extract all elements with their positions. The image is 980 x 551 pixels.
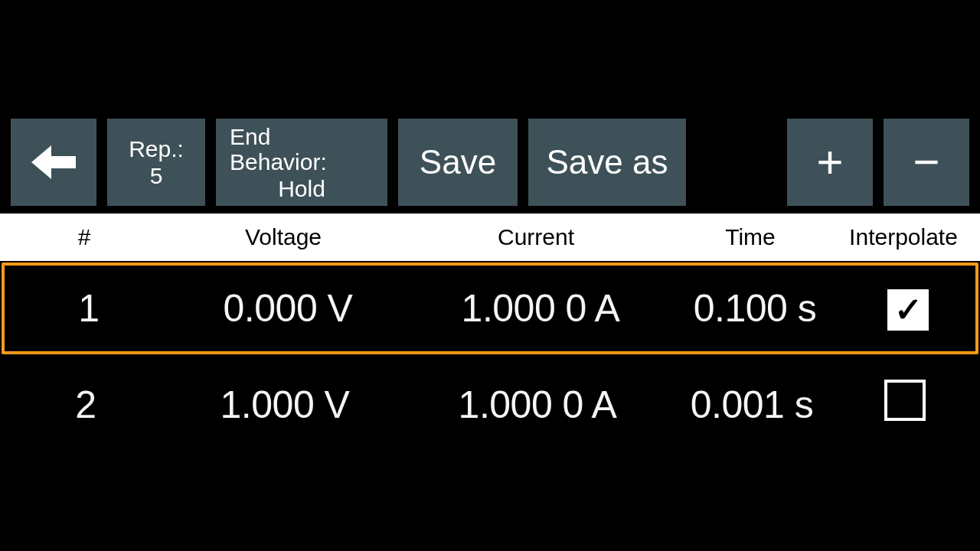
table-row[interactable]: 1 0.000 V 1.000 0 A 0.100 s ✓ bbox=[2, 262, 978, 354]
add-row-button[interactable]: + bbox=[787, 119, 873, 206]
header-index: # bbox=[0, 224, 168, 250]
table-body: 1 0.000 V 1.000 0 A 0.100 s ✓ 2 1.000 V … bbox=[0, 261, 980, 452]
cell-interpolate bbox=[828, 380, 980, 430]
header-voltage: Voltage bbox=[168, 224, 398, 250]
rep-value: 5 bbox=[150, 163, 163, 188]
save-as-button[interactable]: Save as bbox=[528, 119, 686, 206]
save-as-label: Save as bbox=[547, 144, 668, 181]
remove-row-button[interactable]: − bbox=[884, 119, 969, 206]
interpolate-checkbox[interactable] bbox=[884, 380, 926, 421]
back-button[interactable] bbox=[11, 119, 96, 206]
cell-voltage[interactable]: 0.000 V bbox=[173, 286, 403, 331]
check-icon: ✓ bbox=[894, 293, 923, 327]
arrow-left-icon bbox=[31, 155, 76, 170]
repetitions-button[interactable]: Rep.: 5 bbox=[107, 119, 205, 206]
save-button[interactable]: Save bbox=[398, 119, 518, 206]
table-row[interactable]: 2 1.000 V 1.000 0 A 0.001 s bbox=[2, 359, 978, 451]
cell-voltage[interactable]: 1.000 V bbox=[170, 383, 400, 427]
cell-current[interactable]: 1.000 0 A bbox=[400, 383, 675, 427]
toolbar: Rep.: 5 End Behavior: Hold Save Save as … bbox=[0, 119, 980, 214]
interpolate-checkbox[interactable]: ✓ bbox=[887, 289, 929, 331]
end-behavior-label: End Behavior: bbox=[230, 124, 374, 174]
plus-icon: + bbox=[816, 137, 843, 187]
table-headers: # Voltage Current Time Interpolate bbox=[0, 214, 980, 261]
cell-time[interactable]: 0.100 s bbox=[678, 286, 831, 331]
minus-icon: − bbox=[913, 137, 939, 187]
cell-current[interactable]: 1.000 0 A bbox=[403, 286, 678, 331]
header-time: Time bbox=[674, 224, 827, 250]
cell-index: 1 bbox=[5, 286, 173, 331]
save-label: Save bbox=[420, 144, 496, 181]
end-behavior-button[interactable]: End Behavior: Hold bbox=[216, 119, 387, 206]
cell-index: 2 bbox=[2, 383, 170, 427]
cell-interpolate: ✓ bbox=[831, 286, 980, 331]
cell-time[interactable]: 0.001 s bbox=[675, 383, 828, 427]
end-behavior-value: Hold bbox=[278, 176, 325, 201]
rep-label: Rep.: bbox=[129, 136, 184, 161]
header-interpolate: Interpolate bbox=[827, 224, 980, 250]
header-current: Current bbox=[398, 224, 674, 250]
